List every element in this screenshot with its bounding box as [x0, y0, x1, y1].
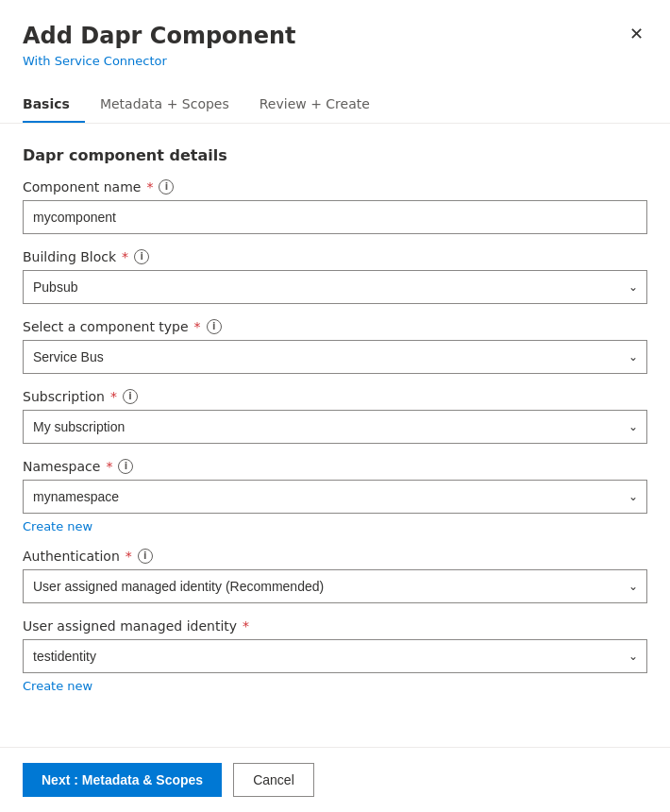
subscription-select-wrapper: My subscription ⌄	[23, 410, 647, 444]
component-name-input[interactable]	[23, 200, 647, 234]
info-icon-building-block[interactable]: i	[134, 249, 149, 264]
dialog-title: Add Dapr Component	[23, 23, 647, 50]
field-namespace: Namespace * i mynamespace ⌄ Create new	[23, 459, 647, 533]
field-label-component-type: Select a component type * i	[23, 319, 647, 334]
field-subscription: Subscription * i My subscription ⌄	[23, 389, 647, 444]
required-star-component-type: *	[194, 319, 201, 334]
tab-review-create[interactable]: Review + Create	[260, 87, 385, 123]
required-star-component-name: *	[146, 179, 153, 195]
label-text-component-type: Select a component type	[23, 319, 189, 334]
required-star-user-identity: *	[243, 618, 249, 634]
field-user-identity: User assigned managed identity * testide…	[23, 618, 647, 693]
authentication-select-wrapper: User assigned managed identity (Recommen…	[23, 569, 647, 603]
label-text-component-name: Component name	[23, 179, 141, 195]
section-title: Dapr component details	[23, 146, 647, 164]
tab-metadata-scopes[interactable]: Metadata + Scopes	[100, 87, 244, 123]
field-label-subscription: Subscription * i	[23, 389, 647, 404]
add-dapr-component-dialog: Add Dapr Component With Service Connecto…	[0, 0, 670, 812]
info-icon-subscription[interactable]: i	[123, 389, 138, 404]
namespace-create-new-link[interactable]: Create new	[23, 519, 92, 533]
cancel-button[interactable]: Cancel	[233, 763, 314, 797]
info-icon-component-type[interactable]: i	[207, 319, 222, 334]
component-type-select[interactable]: Service Bus Azure Storage Queue Azure Ev…	[23, 340, 647, 374]
subscription-select[interactable]: My subscription	[23, 410, 647, 444]
required-star-namespace: *	[106, 459, 112, 474]
field-label-component-name: Component name * i	[23, 179, 647, 195]
dialog-footer: Next : Metadata & Scopes Cancel	[0, 747, 670, 812]
next-button[interactable]: Next : Metadata & Scopes	[23, 763, 222, 797]
label-text-building-block: Building Block	[23, 249, 116, 264]
label-text-authentication: Authentication	[23, 549, 120, 564]
dialog-header: Add Dapr Component With Service Connecto…	[0, 0, 670, 79]
close-button[interactable]: ✕	[621, 19, 651, 49]
label-text-subscription: Subscription	[23, 389, 105, 404]
field-label-namespace: Namespace * i	[23, 459, 647, 474]
field-building-block: Building Block * i Pubsub State Binding …	[23, 249, 647, 304]
info-icon-namespace[interactable]: i	[118, 459, 133, 474]
info-icon-authentication[interactable]: i	[138, 549, 153, 564]
building-block-select-wrapper: Pubsub State Binding Secret ⌄	[23, 270, 647, 304]
user-identity-select[interactable]: testidentity	[23, 639, 647, 673]
building-block-select[interactable]: Pubsub State Binding Secret	[23, 270, 647, 304]
form-content: Dapr component details Component name * …	[0, 124, 670, 747]
required-star-subscription: *	[110, 389, 117, 404]
user-identity-select-wrapper: testidentity ⌄	[23, 639, 647, 673]
user-identity-create-new-link[interactable]: Create new	[23, 679, 92, 693]
field-component-name: Component name * i	[23, 179, 647, 234]
dialog-subtitle: With Service Connector	[23, 54, 647, 68]
namespace-select-wrapper: mynamespace ⌄	[23, 480, 647, 514]
label-text-user-identity: User assigned managed identity	[23, 618, 237, 634]
tab-navigation: Basics Metadata + Scopes Review + Create	[0, 87, 670, 124]
field-label-building-block: Building Block * i	[23, 249, 647, 264]
field-component-type: Select a component type * i Service Bus …	[23, 319, 647, 374]
component-type-select-wrapper: Service Bus Azure Storage Queue Azure Ev…	[23, 340, 647, 374]
tab-basics[interactable]: Basics	[23, 87, 85, 123]
authentication-select[interactable]: User assigned managed identity (Recommen…	[23, 569, 647, 603]
label-text-namespace: Namespace	[23, 459, 100, 474]
field-label-user-identity: User assigned managed identity *	[23, 618, 647, 634]
required-star-building-block: *	[122, 249, 128, 264]
field-authentication: Authentication * i User assigned managed…	[23, 549, 647, 603]
required-star-authentication: *	[126, 549, 132, 564]
info-icon-component-name[interactable]: i	[159, 179, 174, 195]
field-label-authentication: Authentication * i	[23, 549, 647, 564]
namespace-select[interactable]: mynamespace	[23, 480, 647, 514]
